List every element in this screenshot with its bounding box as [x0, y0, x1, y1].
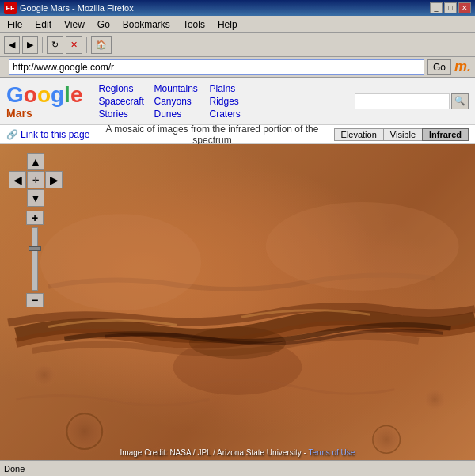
zoom-out-button[interactable]: −	[26, 293, 44, 307]
logo-g2: g	[51, 82, 64, 107]
elevation-button[interactable]: Elevation	[334, 128, 384, 141]
search-button[interactable]: 🔍	[451, 93, 469, 109]
infobar: 🔗 Link to this page A mosaic of images f…	[0, 125, 475, 144]
statusbar: Done	[0, 460, 475, 476]
link-to-page[interactable]: 🔗 Link to this page	[6, 129, 89, 140]
close-button[interactable]: ✕	[458, 2, 471, 13]
map-controls: ▲ ◀ ✛ ▶ ▼ + −	[8, 152, 62, 307]
mars-label: Mars	[6, 108, 82, 119]
menu-bookmarks[interactable]: Bookmarks	[120, 17, 173, 32]
info-text: A mosaic of images from the infrared por…	[89, 124, 334, 146]
menu-view[interactable]: View	[61, 17, 88, 32]
pan-down-button[interactable]: ▼	[27, 189, 44, 207]
separator-2	[86, 37, 87, 53]
minimize-button[interactable]: _	[430, 2, 443, 13]
nav-links: Regions Spacecraft Stories Mountains Can…	[98, 83, 264, 120]
google-logo: Google Mars	[6, 84, 82, 119]
svg-rect-0	[0, 144, 475, 460]
firefox-icon: FF	[4, 2, 17, 14]
nav-col-1: Regions Spacecraft Stories	[98, 83, 154, 120]
logo-o1: o	[24, 82, 37, 107]
reload-button[interactable]: ↻	[47, 36, 63, 54]
stop-button[interactable]: ✕	[66, 36, 82, 54]
logo-l: l	[64, 82, 70, 107]
credit-text: Image Credit: NASA / JPL / Arizona State…	[120, 448, 306, 457]
visible-button[interactable]: Visible	[383, 128, 423, 141]
svg-point-10	[32, 362, 58, 388]
pan-left-button[interactable]: ◀	[9, 171, 26, 188]
logo-o2: o	[37, 82, 51, 107]
msn-icon: m.	[454, 59, 471, 75]
google-navbar: Google Mars Regions Spacecraft Stories M…	[0, 78, 475, 125]
go-button[interactable]: Go	[428, 59, 451, 75]
zoom-slider-track[interactable]	[32, 227, 38, 291]
status-text: Done	[4, 464, 25, 474]
address-input[interactable]	[9, 59, 424, 75]
toolbar: ◀ ▶ ↻ ✕ 🏠	[0, 33, 475, 57]
back-button[interactable]: ◀	[4, 36, 20, 54]
menu-go[interactable]: Go	[94, 17, 113, 32]
zoom-controls: + −	[26, 211, 44, 307]
nav-regions[interactable]: Regions	[98, 83, 154, 94]
forward-button[interactable]: ▶	[22, 36, 38, 54]
view-buttons: Elevation Visible Infrared	[335, 128, 469, 141]
titlebar: FF Google Mars - Mozilla Firefox _ □ ✕	[0, 0, 475, 16]
zoom-slider-thumb[interactable]	[28, 246, 41, 251]
titlebar-buttons: _ □ ✕	[430, 2, 471, 13]
pan-up-button[interactable]: ▲	[27, 153, 44, 170]
menubar: File Edit View Go Bookmarks Tools Help	[0, 16, 475, 33]
map-area[interactable]: ▲ ◀ ✛ ▶ ▼ + − Image Credit: NASA / JPL /…	[0, 144, 475, 460]
nav-col-2: Mountains Canyons Dunes	[154, 83, 209, 120]
menu-tools[interactable]: Tools	[180, 17, 208, 32]
pan-controls: ▲ ◀ ✛ ▶ ▼	[8, 152, 62, 206]
window-title: Google Mars - Mozilla Firefox	[20, 3, 134, 13]
nav-mountains[interactable]: Mountains	[154, 83, 209, 94]
menu-help[interactable]: Help	[215, 17, 241, 32]
terrain-overlay	[0, 144, 475, 460]
link-icon: 🔗	[6, 129, 18, 140]
nav-stories[interactable]: Stories	[98, 109, 154, 120]
logo-g1: G	[6, 82, 24, 107]
nav-col-3: Plains Ridges Craters	[209, 83, 264, 120]
menu-file[interactable]: File	[4, 17, 25, 32]
pan-center-button[interactable]: ✛	[27, 171, 44, 188]
addressbar: Go m.	[0, 57, 475, 78]
zoom-in-button[interactable]: +	[26, 211, 44, 225]
image-credit: Image Credit: NASA / JPL / Arizona State…	[0, 448, 475, 457]
home-button[interactable]: 🏠	[91, 36, 112, 54]
maximize-button[interactable]: □	[444, 2, 457, 13]
titlebar-left: FF Google Mars - Mozilla Firefox	[4, 2, 134, 14]
svg-point-8	[423, 387, 447, 412]
nav-plains[interactable]: Plains	[209, 83, 264, 94]
svg-point-12	[40, 214, 201, 310]
nav-canyons[interactable]: Canyons	[154, 96, 209, 107]
nav-craters[interactable]: Craters	[209, 109, 264, 120]
link-label: Link to this page	[21, 129, 89, 140]
separator-1	[42, 37, 43, 53]
infrared-button[interactable]: Infrared	[422, 128, 469, 141]
svg-point-13	[266, 202, 459, 291]
logo-e: e	[70, 82, 83, 107]
svg-point-3	[62, 409, 107, 454]
nav-dunes[interactable]: Dunes	[154, 109, 209, 120]
terms-of-use-link[interactable]: Terms of Use	[308, 448, 355, 457]
menu-edit[interactable]: Edit	[32, 17, 55, 32]
nav-ridges[interactable]: Ridges	[209, 96, 264, 107]
nav-spacecraft[interactable]: Spacecraft	[98, 96, 154, 107]
search-input[interactable]	[355, 93, 450, 109]
pan-right-button[interactable]: ▶	[45, 171, 63, 188]
search-area: 🔍	[355, 93, 469, 109]
